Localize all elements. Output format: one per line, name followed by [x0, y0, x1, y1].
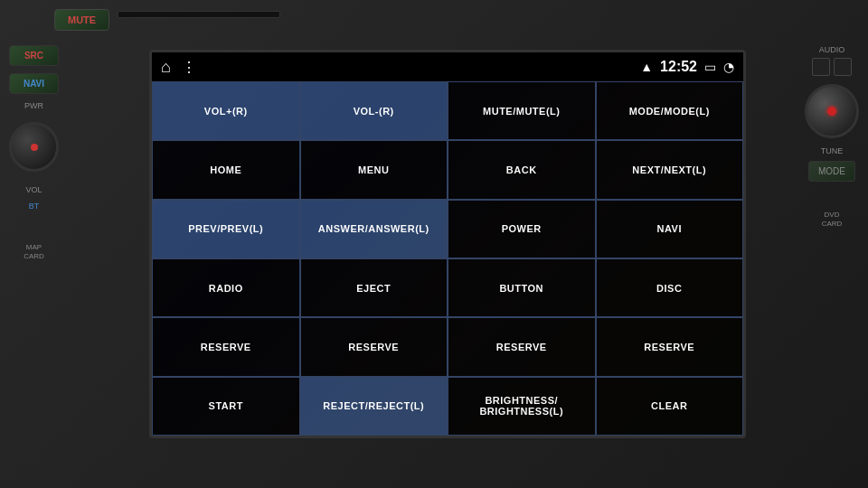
grid-btn-r0-c3[interactable]: MODE/MODE(L) — [596, 81, 744, 140]
grid-btn-r4-c0[interactable]: RESERVE — [152, 317, 300, 376]
grid-btn-r0-c0[interactable]: VOL+(R) — [152, 81, 300, 140]
bt-label: BT — [9, 202, 59, 211]
left-controls: SRC NAVI PWR VOL BT MAPCARD — [9, 45, 59, 262]
screen: ⌂ ⋮ ▲ 12:52 ▭ ◔ VOL+(R)VOL-(R)MUTE/MUTE(… — [149, 50, 746, 438]
navi-button[interactable]: NAVI — [9, 73, 59, 94]
battery-icon: ▭ — [704, 60, 716, 74]
status-bar: ⌂ ⋮ ▲ 12:52 ▭ ◔ — [152, 52, 743, 81]
vol-label: VOL — [9, 185, 59, 194]
map-card-label: MAPCARD — [9, 243, 59, 262]
home-icon[interactable]: ⌂ — [161, 58, 171, 77]
vol-knob[interactable] — [9, 122, 59, 172]
grid-btn-r5-c1[interactable]: REJECT/REJECT(L) — [300, 377, 448, 436]
grid-btn-r3-c3[interactable]: DISC — [596, 258, 744, 317]
grid-btn-r2-c1[interactable]: ANSWER/ANSWER(L) — [300, 200, 448, 258]
grid-btn-r5-c2[interactable]: BRIGHTNESS/ BRIGHTNESS(L) — [448, 377, 596, 436]
extra-icon: ◔ — [723, 60, 734, 74]
grid-btn-r1-c1[interactable]: MENU — [300, 140, 448, 199]
grid-btn-r1-c3[interactable]: NEXT/NEXT(L) — [596, 140, 744, 199]
mode-button[interactable]: MODE — [808, 161, 855, 182]
dvd-card-label: DVDCARD — [822, 211, 843, 230]
grid-btn-r1-c2[interactable]: BACK — [448, 140, 596, 199]
right-top-buttons: AUDIO — [812, 45, 852, 76]
src-button[interactable]: SRC — [9, 45, 59, 66]
mute-button[interactable]: MUTE — [54, 9, 109, 31]
pwr-label: PWR — [9, 101, 59, 110]
grid-btn-r3-c0[interactable]: RADIO — [152, 258, 300, 317]
car-unit: MUTE SRC NAVI PWR VOL BT MAPCARD ⌂ ⋮ ▲ 1… — [0, 0, 868, 488]
status-left: ⌂ ⋮ — [161, 58, 197, 77]
grid-btn-r4-c3[interactable]: RESERVE — [596, 317, 744, 376]
grid-btn-r0-c2[interactable]: MUTE/MUTE(L) — [448, 81, 596, 140]
grid-btn-r3-c2[interactable]: BUTTON — [448, 258, 596, 317]
grid-btn-r4-c2[interactable]: RESERVE — [448, 317, 596, 376]
tune-label: TUNE — [821, 146, 844, 155]
right-btn-2[interactable] — [834, 58, 852, 76]
grid-btn-r2-c2[interactable]: POWER — [448, 200, 596, 258]
grid-btn-r5-c0[interactable]: START — [152, 377, 300, 436]
grid-btn-r3-c1[interactable]: EJECT — [300, 258, 448, 317]
right-controls: AUDIO TUNE MODE DVDCARD — [805, 45, 859, 230]
right-btn-1[interactable] — [812, 58, 830, 76]
audio-label: AUDIO — [819, 45, 845, 54]
grid-btn-r2-c0[interactable]: PREV/PREV(L) — [152, 200, 300, 258]
button-grid: VOL+(R)VOL-(R)MUTE/MUTE(L)MODE/MODE(L)HO… — [152, 81, 743, 436]
menu-icon[interactable]: ⋮ — [182, 59, 197, 76]
grid-btn-r2-c3[interactable]: NAVI — [596, 200, 744, 258]
cd-slot — [118, 11, 280, 18]
grid-btn-r0-c1[interactable]: VOL-(R) — [300, 81, 448, 140]
status-right: ▲ 12:52 ▭ ◔ — [640, 59, 734, 75]
tune-knob[interactable] — [805, 84, 859, 138]
wifi-icon: ▲ — [640, 60, 653, 74]
grid-btn-r1-c0[interactable]: HOME — [152, 140, 300, 199]
grid-btn-r4-c1[interactable]: RESERVE — [300, 317, 448, 376]
time-display: 12:52 — [660, 59, 697, 75]
grid-btn-r5-c3[interactable]: CLEAR — [596, 377, 744, 436]
